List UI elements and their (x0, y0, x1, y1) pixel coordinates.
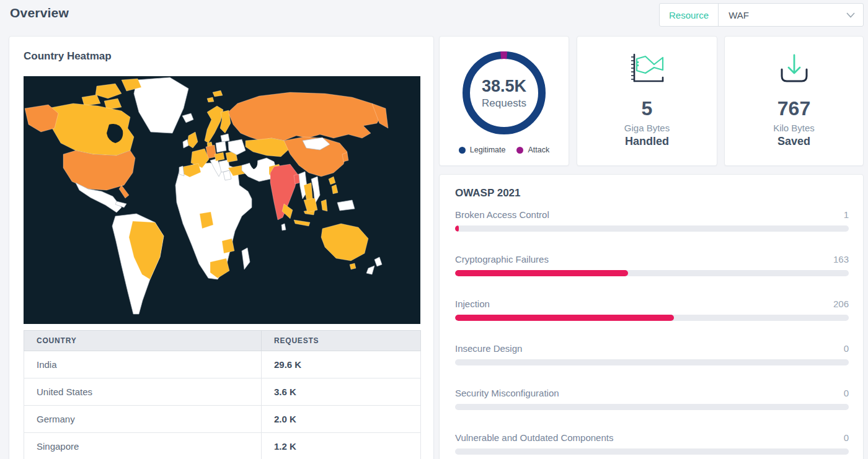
owasp-progress-track (455, 404, 849, 410)
owasp-item: Insecure Design 0 (455, 343, 849, 365)
column-header-requests: REQUESTS (262, 331, 421, 351)
heatmap-title: Country Heatmap (24, 50, 112, 63)
owasp-progress-track (455, 315, 849, 321)
requests-cell: 1.2 K (262, 433, 421, 459)
country-cell: India (24, 351, 262, 378)
resource-select-value: WAF (728, 10, 749, 20)
legend-dot (516, 147, 523, 154)
country-cell: Germany (24, 406, 262, 433)
owasp-category-value: 206 (833, 299, 849, 309)
chevron-down-icon (846, 12, 855, 18)
owasp-progress-track (455, 448, 849, 455)
owasp-panel: OWASP 2021 Broken Access Control 1 Crypt… (439, 174, 864, 459)
country-cell: United States (24, 378, 262, 406)
owasp-list: Broken Access Control 1 Cryptographic Fa… (455, 209, 849, 459)
requests-cell: 2.0 K (262, 406, 421, 433)
owasp-progress-fill (455, 315, 674, 321)
legend-item: Attack (516, 146, 549, 154)
requests-cell: 29.6 K (262, 351, 421, 378)
owasp-progress-fill (455, 225, 459, 232)
handled-unit: Giga Bytes (624, 123, 670, 133)
owasp-category-label: Security Misconfiguration (455, 388, 559, 398)
country-cell: Singapore (24, 433, 262, 459)
area-chart-icon (628, 53, 666, 85)
legend-label: Attack (528, 146, 549, 154)
owasp-category-label: Injection (455, 299, 490, 309)
owasp-category-label: Broken Access Control (455, 209, 549, 220)
resource-filter: Resource WAF (659, 3, 864, 27)
owasp-category-value: 0 (844, 343, 849, 354)
donut-chart: 38.5K Requests (458, 46, 551, 139)
legend-dot (459, 147, 466, 154)
handled-stat-card: 5 Giga Bytes Handled (577, 36, 717, 166)
owasp-category-value: 163 (833, 254, 849, 264)
owasp-title: OWASP 2021 (455, 187, 521, 199)
dashboard: Overview Resource WAF Country Heatmap (0, 0, 868, 459)
owasp-category-value: 0 (844, 432, 849, 443)
owasp-item: Injection 206 (455, 299, 849, 321)
requests-total-value: 38.5K (482, 77, 526, 96)
download-icon (777, 53, 812, 85)
owasp-item: Broken Access Control 1 (455, 209, 849, 232)
country-requests-table: COUNTRY REQUESTS India 29.6 K United Sta… (24, 330, 421, 459)
owasp-progress-track (455, 270, 849, 276)
table-row: Germany 2.0 K (24, 406, 421, 433)
requests-donut-card: 38.5K Requests Legitimate Attack (439, 36, 569, 166)
owasp-item: Vulnerable and Outdated Components 0 (455, 432, 849, 455)
owasp-item: Cryptographic Failures 163 (455, 254, 849, 276)
owasp-category-label: Insecure Design (455, 343, 522, 354)
world-map-svg (24, 76, 420, 324)
saved-value: 767 (777, 98, 810, 118)
owasp-item: Security Misconfiguration 0 (455, 388, 849, 410)
requests-cell: 3.6 K (262, 378, 421, 406)
owasp-progress-track (455, 225, 849, 232)
table-row: Singapore 1.2 K (24, 433, 421, 459)
owasp-progress-fill (455, 270, 628, 276)
saved-unit: Kilo Bytes (773, 123, 815, 133)
saved-label: Saved (777, 135, 810, 148)
table-row: United States 3.6 K (24, 378, 421, 406)
handled-label: Handled (625, 135, 669, 148)
legend-item: Legitimate (459, 146, 506, 154)
owasp-category-label: Cryptographic Failures (455, 254, 549, 264)
owasp-category-value: 1 (844, 209, 849, 220)
owasp-progress-track (455, 359, 849, 365)
world-map[interactable] (24, 76, 420, 324)
requests-total-label: Requests (482, 97, 526, 110)
handled-value: 5 (642, 98, 653, 118)
table-row: India 29.6 K (24, 351, 421, 378)
column-header-country: COUNTRY (24, 331, 262, 351)
owasp-category-value: 0 (844, 388, 849, 398)
country-heatmap-panel: Country Heatmap (9, 36, 434, 459)
donut-legend: Legitimate Attack (440, 146, 569, 154)
table-header-row: COUNTRY REQUESTS (24, 331, 421, 351)
saved-stat-card: 767 Kilo Bytes Saved (724, 36, 864, 166)
page-title: Overview (10, 6, 69, 20)
resource-select[interactable]: WAF (719, 4, 863, 26)
owasp-category-label: Vulnerable and Outdated Components (455, 432, 613, 443)
resource-filter-label[interactable]: Resource (660, 4, 719, 26)
legend-label: Legitimate (470, 146, 506, 154)
